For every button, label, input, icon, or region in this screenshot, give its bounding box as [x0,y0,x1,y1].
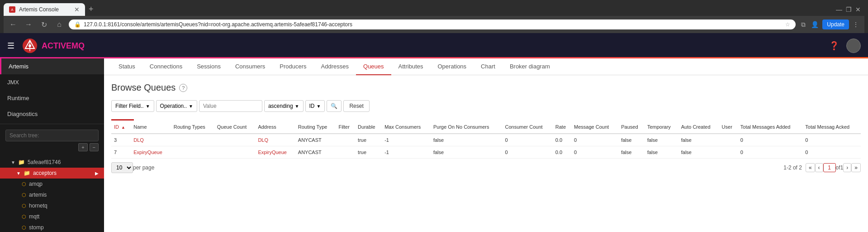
extensions-button[interactable]: ⧉ [799,20,807,29]
node-icon-hornetq: ⬡ [22,203,26,209]
sidebar-label-runtime: Runtime [7,95,29,102]
tab-close-button[interactable]: ✕ [74,6,80,13]
filter-sort-select[interactable]: ascending ▼ [264,100,304,112]
url-bar[interactable]: 🔒 127.0.0.1:8161/console/artemis/artemis… [69,19,796,29]
col-header-routing-types[interactable]: Routing Types [171,121,214,134]
col-header-message-count[interactable]: Message Count [571,121,618,134]
sidebar-item-diagnostics[interactable]: Diagnostics [0,106,104,122]
table-container: ID ▲ Name Routing Types Queue Count Addr… [111,121,861,159]
node-icon-amqp: ⬡ [22,181,26,187]
col-header-user[interactable]: User [719,121,738,134]
node-icon-artemis: ⬡ [22,192,26,198]
sidebar-item-jmx[interactable]: JMX [0,74,104,90]
search-expand-button[interactable]: + [78,143,87,151]
menu-button[interactable]: ⋮ [851,20,861,29]
col-header-total-messages-acked[interactable]: Total Messag Acked [802,121,861,134]
col-header-consumer-count[interactable]: Consumer Count [502,121,552,134]
user-avatar[interactable] [846,39,861,53]
col-header-paused[interactable]: Paused [618,121,645,134]
tree-node-amqp[interactable]: ⬡ amqp [0,179,104,189]
search-tree-input[interactable] [5,130,99,141]
col-header-max-consumers[interactable]: Max Consumers [382,121,431,134]
col-header-name[interactable]: Name [131,121,171,134]
tab-producers[interactable]: Producers [272,58,313,75]
tab-addresses[interactable]: Addresses [314,58,356,75]
next-page-button[interactable]: › [843,163,851,172]
window-maximize[interactable]: ❐ [846,6,852,13]
tab-attributes[interactable]: Attributes [391,58,431,75]
tree-node-hornetq[interactable]: ⬡ hornetq [0,200,104,211]
tree-label-acceptors: acceptors [33,170,57,176]
last-page-button[interactable]: » [851,163,861,172]
window-close[interactable]: ✕ [855,6,861,13]
reload-button[interactable]: ↻ [38,19,50,30]
app: ☰ ACTIVEMQ ❓ Artemis [0,33,868,232]
tab-status[interactable]: Status [111,58,142,75]
col-header-rate[interactable]: Rate [553,121,571,134]
filter-value-input[interactable] [199,100,262,112]
window-minimize[interactable]: — [836,6,842,13]
tree-node-acceptors[interactable]: ▼ 📁 acceptors ▶ [0,168,104,179]
tab-broker-diagram[interactable]: Broker diagram [503,58,557,75]
filter-id-select[interactable]: ID ▼ [305,100,325,112]
tab-operations[interactable]: Operations [431,58,474,75]
back-button[interactable]: ← [7,19,19,30]
col-header-routing-type[interactable]: Routing Type [295,121,336,134]
col-header-id[interactable]: ID ▲ [111,121,131,134]
tab-queues[interactable]: Queues [356,58,391,75]
search-box: + − [0,126,104,155]
tab-chart[interactable]: Chart [474,58,503,75]
tree-node-5afeaef81746[interactable]: ▼ 📁 5afeaef81746 [0,157,104,168]
per-page-select[interactable]: 10 25 50 [111,162,133,173]
search-collapse-button[interactable]: − [90,143,99,151]
filter-operation-select[interactable]: Operation.. ▼ [156,100,197,112]
reset-button[interactable]: Reset [343,100,369,112]
lock-icon: 🔒 [74,21,81,28]
tree-node-artemis[interactable]: ⬡ artemis [0,189,104,200]
prev-page-button[interactable]: ‹ [815,163,823,172]
folder-icon-acceptors: 📁 [24,170,30,176]
bookmark-icon[interactable]: ☆ [785,21,790,28]
page-of-label: of [836,164,840,171]
per-page-label: per page [133,164,154,171]
sidebar-label-artemis: Artemis [9,63,28,70]
pagination-left: 10 25 50 per page [111,162,158,173]
col-header-durable[interactable]: Durable [355,121,382,134]
tree-node-mqtt[interactable]: ⬡ mqtt [0,211,104,222]
col-header-address[interactable]: Address [255,121,295,134]
col-header-temporary[interactable]: Temporary [645,121,678,134]
tab-sessions[interactable]: Sessions [190,58,228,75]
filter-search-button[interactable]: 🔍 [327,100,342,112]
hamburger-menu[interactable]: ☰ [7,41,14,51]
tab-connections[interactable]: Connections [142,58,190,75]
browser-controls: ← → ↻ ⌂ 🔒 127.0.0.1:8161/console/artemis… [4,16,864,33]
tree-node-stomp[interactable]: ⬡ stomp [0,222,104,232]
new-tab-button[interactable]: + [85,3,97,16]
nav-tabs: Status Connections Sessions Consumers Pr… [104,58,868,75]
filter-field-select[interactable]: Filter Field.. ▼ [111,100,154,112]
col-header-auto-created[interactable]: Auto Created [678,121,719,134]
col-header-queue-count[interactable]: Queue Count [214,121,256,134]
tab-consumers[interactable]: Consumers [228,58,272,75]
forward-button[interactable]: → [23,19,34,30]
logo-mq: MQ [71,41,85,50]
expand-arrow: ▼ [11,160,15,165]
help-icon[interactable]: ? [179,84,187,92]
sidebar-item-artemis[interactable]: Artemis [0,58,104,74]
tree-section: ▼ 📁 5afeaef81746 ▼ 📁 acceptors ▶ ⬡ amqp … [0,155,104,232]
col-header-filter[interactable]: Filter [336,121,355,134]
col-header-purge[interactable]: Purge On No Consumers [431,121,503,134]
logo-text: ACTIVEMQ [42,41,85,51]
browser-chrome: A Artemis Console ✕ + — ❐ ✕ ← → ↻ ⌂ 🔒 12… [0,0,868,33]
update-button[interactable]: Update [822,19,849,29]
page-title-text: Browse Queues [111,82,175,93]
home-button[interactable]: ⌂ [53,19,65,30]
first-page-button[interactable]: « [806,163,815,172]
col-header-total-messages-added[interactable]: Total Messages Added [738,121,803,134]
active-tab[interactable]: A Artemis Console ✕ [4,3,85,16]
profile-button[interactable]: 👤 [809,20,821,29]
current-page-number[interactable]: 1 [823,163,836,172]
sidebar-item-runtime[interactable]: Runtime [0,90,104,106]
help-circle-icon[interactable]: ❓ [829,41,839,51]
sort-arrow-icon: ▲ [121,125,125,130]
